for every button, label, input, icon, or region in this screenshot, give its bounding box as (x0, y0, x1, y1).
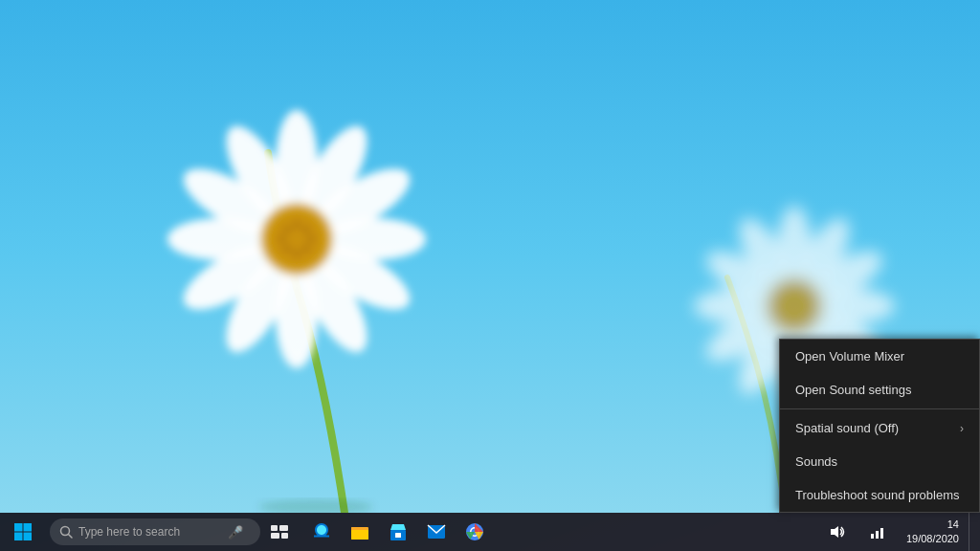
task-view-icon (271, 525, 288, 539)
volume-icon (830, 524, 845, 540)
search-input[interactable] (78, 525, 222, 539)
task-view-button[interactable] (260, 513, 299, 551)
volume-button[interactable] (818, 513, 857, 551)
svg-point-22 (294, 251, 300, 256)
file-explorer-icon (350, 523, 369, 540)
svg-rect-41 (24, 533, 33, 541)
network-icon (870, 524, 885, 540)
svg-rect-58 (871, 534, 874, 539)
svg-rect-60 (880, 528, 883, 539)
context-menu-item-open-volume-mixer[interactable]: Open Volume Mixer (780, 340, 979, 373)
svg-point-21 (284, 246, 290, 252)
svg-point-19 (279, 236, 285, 242)
edge-browser-icon (312, 522, 331, 541)
windows-icon (13, 522, 33, 541)
context-menu-item-troubleshoot-sound[interactable]: Troubleshoot sound problems (780, 478, 979, 512)
svg-rect-52 (395, 533, 401, 538)
network-button[interactable] (858, 513, 897, 551)
context-menu-item-spatial-sound[interactable]: Spatial sound (Off) › (780, 411, 979, 445)
edge-icon-button[interactable] (302, 513, 341, 551)
microphone-icon: 🎤 (228, 525, 243, 540)
mail-icon (427, 524, 446, 540)
start-button[interactable] (0, 513, 46, 551)
svg-rect-50 (351, 527, 359, 530)
taskbar-system-tray: 14 19/08/2020 (818, 513, 980, 551)
taskbar-apps (299, 513, 818, 551)
svg-point-20 (303, 246, 309, 252)
svg-rect-49 (351, 530, 368, 540)
context-menu: Open Volume Mixer Open Sound settings Sp… (779, 339, 980, 513)
desktop: Open Volume Mixer Open Sound settings Sp… (0, 0, 980, 551)
clock-date: 19/08/2020 (906, 532, 959, 546)
mail-button[interactable] (417, 513, 456, 551)
svg-point-15 (294, 222, 300, 228)
show-desktop-button[interactable] (969, 513, 972, 551)
svg-rect-44 (271, 525, 278, 531)
chrome-button[interactable] (456, 513, 494, 551)
context-menu-item-open-sound-settings[interactable]: Open Sound settings (780, 373, 979, 407)
svg-point-17 (284, 227, 290, 232)
file-explorer-button[interactable] (341, 513, 379, 551)
clock-time: 14 (906, 518, 959, 532)
store-button[interactable] (379, 513, 417, 551)
svg-point-16 (303, 227, 309, 232)
svg-rect-40 (14, 533, 23, 541)
svg-point-14 (268, 210, 325, 268)
context-menu-divider (780, 408, 979, 409)
svg-rect-59 (876, 531, 879, 539)
svg-rect-39 (24, 523, 33, 532)
svg-rect-45 (279, 525, 288, 531)
taskbar: 🎤 (0, 513, 980, 551)
svg-marker-57 (831, 526, 838, 538)
svg-point-18 (308, 236, 314, 242)
svg-line-43 (69, 535, 73, 539)
svg-point-36 (773, 285, 815, 327)
search-icon (59, 525, 73, 539)
search-bar[interactable]: 🎤 (50, 518, 260, 545)
svg-rect-46 (271, 533, 279, 539)
context-menu-item-sounds[interactable]: Sounds (780, 445, 979, 478)
store-icon (389, 522, 408, 541)
svg-rect-47 (281, 533, 288, 539)
chrome-icon (465, 522, 484, 541)
svg-rect-38 (14, 523, 23, 532)
system-clock[interactable]: 14 19/08/2020 (899, 518, 967, 547)
chevron-right-icon: › (960, 422, 964, 435)
